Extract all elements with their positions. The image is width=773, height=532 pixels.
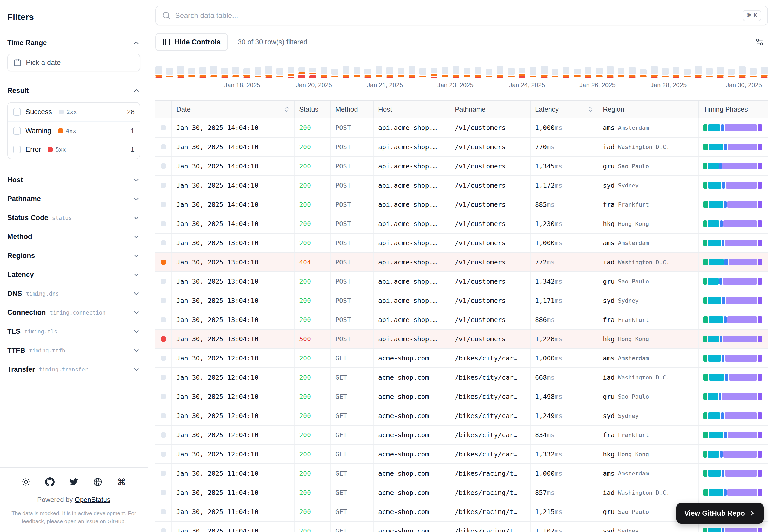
table-row[interactable]: Jan 30, 2025 14:04:10 200 POST api.acme-… [155,138,768,157]
row-select-cell[interactable] [155,214,171,233]
table-row[interactable]: Jan 30, 2025 13:04:10 200 POST api.acme-… [155,272,768,291]
row-select-cell[interactable] [155,426,171,444]
table-row[interactable]: Jan 30, 2025 11:04:10 200 GET acme-shop.… [155,522,768,532]
result-option-error[interactable]: Error 5xx 1 [8,140,140,159]
search-input[interactable] [175,11,738,20]
row-select-cell[interactable] [155,176,171,195]
cell-latency: 1,249ms [530,406,598,425]
sidebar-filter-method[interactable]: Method [7,227,140,246]
histogram-bar [211,64,217,78]
cell-region: syd Sydney [598,406,699,425]
status-color-swatch [59,110,64,114]
row-select-cell[interactable] [155,406,171,425]
hide-controls-button[interactable]: Hide Controls [155,33,228,51]
table-row[interactable]: Jan 30, 2025 13:04:10 200 POST api.acme-… [155,291,768,310]
column-header-date[interactable]: Date [171,101,294,118]
timing-phases-bar [703,240,762,246]
time-range-label: Time Range [7,39,47,47]
sidebar-filter-regions[interactable]: Regions [7,246,140,265]
table-row[interactable]: Jan 30, 2025 13:04:10 404 POST api.acme-… [155,253,768,272]
table-row[interactable]: Jan 30, 2025 14:04:10 200 POST api.acme-… [155,176,768,195]
row-select-cell[interactable] [155,387,171,406]
timing-segment-connection [708,451,719,458]
data-table: Date Status Method Host Pathname Latency… [155,100,768,532]
table-row[interactable]: Jan 30, 2025 11:04:10 200 GET acme-shop.… [155,483,768,502]
timing-segment-dns [703,259,708,265]
row-select-cell[interactable] [155,234,171,252]
row-select-cell[interactable] [155,118,171,137]
sidebar-filter-latency[interactable]: Latency [7,265,140,284]
command-icon[interactable]: ⌘ [117,477,126,487]
timing-segment-ttfb [723,336,757,342]
timing-segment-ttfb [725,412,757,419]
sidebar-filter-connection[interactable]: Connection timing.connection [7,303,140,322]
table-row[interactable]: Jan 30, 2025 11:04:10 200 GET acme-shop.… [155,464,768,483]
table-row[interactable]: Jan 30, 2025 13:04:10 200 POST api.acme-… [155,310,768,330]
row-select-cell[interactable] [155,272,171,291]
column-header-latency[interactable]: Latency [530,101,598,118]
github-icon[interactable] [45,477,55,487]
status-indicator [161,221,166,226]
sidebar-filter-host[interactable]: Host [7,170,140,189]
sort-icon[interactable] [587,106,594,113]
result-option-success[interactable]: Success 2xx 28 [8,103,140,121]
table-row[interactable]: Jan 30, 2025 14:04:10 200 POST api.acme-… [155,195,768,214]
table-row[interactable]: Jan 30, 2025 12:04:10 200 GET acme-shop.… [155,426,768,445]
table-row[interactable]: Jan 30, 2025 14:04:10 200 POST api.acme-… [155,157,768,176]
checkbox[interactable] [13,108,21,116]
row-select-cell[interactable] [155,330,171,348]
table-row[interactable]: Jan 30, 2025 13:04:10 200 POST api.acme-… [155,234,768,253]
sidebar-filter-dns[interactable]: DNS timing.dns [7,284,140,303]
table-row[interactable]: Jan 30, 2025 12:04:10 200 GET acme-shop.… [155,368,768,387]
row-select-cell[interactable] [155,138,171,156]
checkbox[interactable] [13,146,21,153]
table-row[interactable]: Jan 30, 2025 11:04:10 200 GET acme-shop.… [155,502,768,522]
table-controls-row: Hide Controls 30 of 30 row(s) filtered [155,33,768,51]
histogram-bar [398,64,404,78]
timing-segment-transfer [758,297,762,304]
row-select-cell[interactable] [155,464,171,483]
time-range-section-header[interactable]: Time Range [7,36,140,50]
row-select-cell[interactable] [155,253,171,271]
table-row[interactable]: Jan 30, 2025 14:04:10 200 POST api.acme-… [155,214,768,234]
cell-timing-phases [699,291,768,310]
view-settings-button[interactable] [751,34,768,50]
view-github-repo-button[interactable]: View GitHub Repo [676,503,764,524]
timing-phases-bar [703,451,762,458]
row-select-cell[interactable] [155,157,171,175]
sidebar-filter-ttfb[interactable]: TTFB timing.ttfb [7,341,140,360]
sidebar-filter-transfer[interactable]: Transfer timing.transfer [7,360,140,379]
row-select-cell[interactable] [155,195,171,214]
twitter-icon[interactable] [69,477,79,487]
status-indicator [161,183,166,188]
theme-toggle-sun-icon[interactable] [21,477,31,487]
table-row[interactable]: Jan 30, 2025 12:04:10 200 GET acme-shop.… [155,445,768,464]
search-bar[interactable]: ⌘ K [155,6,768,25]
table-row[interactable]: Jan 30, 2025 12:04:10 200 GET acme-shop.… [155,387,768,406]
globe-icon[interactable] [93,477,103,487]
row-select-cell[interactable] [155,310,171,329]
row-select-cell[interactable] [155,502,171,521]
table-row[interactable]: Jan 30, 2025 13:04:10 500 POST api.acme-… [155,330,768,349]
date-picker-input[interactable]: Pick a date [7,54,140,71]
row-select-cell[interactable] [155,522,171,532]
sort-icon[interactable] [283,106,290,113]
openstatus-link[interactable]: OpenStatus [75,496,110,503]
row-select-cell[interactable] [155,291,171,310]
sidebar-filter-status-code[interactable]: Status Code status [7,208,140,227]
result-option-warning[interactable]: Warning 4xx 1 [8,121,140,140]
row-select-cell[interactable] [155,483,171,502]
table-row[interactable]: Jan 30, 2025 12:04:10 200 GET acme-shop.… [155,406,768,426]
row-select-cell[interactable] [155,445,171,463]
requests-histogram[interactable]: Jan 18, 2025Jan 20, 2025Jan 21, 2025Jan … [155,64,768,91]
row-select-cell[interactable] [155,368,171,387]
timing-segment-ttfb [722,393,757,400]
sidebar-filter-tls[interactable]: TLS timing.tls [7,322,140,341]
result-section-header[interactable]: Result [7,83,140,98]
open-issue-link[interactable]: open an issue [64,518,98,524]
checkbox[interactable] [13,127,21,135]
table-row[interactable]: Jan 30, 2025 14:04:10 200 POST api.acme-… [155,118,768,138]
row-select-cell[interactable] [155,349,171,367]
sidebar-filter-pathname[interactable]: Pathname [7,189,140,208]
table-row[interactable]: Jan 30, 2025 12:04:10 200 GET acme-shop.… [155,349,768,368]
